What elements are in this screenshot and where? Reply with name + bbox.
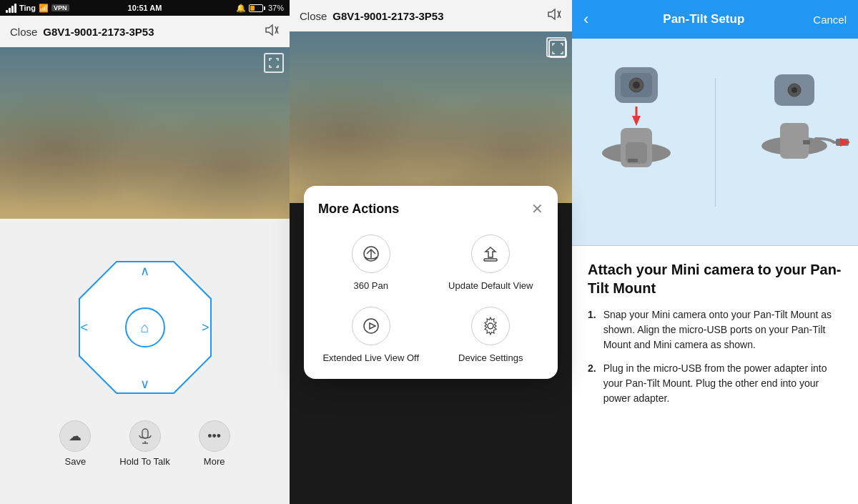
hold-to-talk-label: Hold To Talk <box>119 456 169 467</box>
360-pan-label: 360 Pan <box>354 280 388 292</box>
svg-rect-32 <box>803 140 810 144</box>
home-icon: ⌂ <box>140 320 149 336</box>
hold-to-talk-button[interactable]: Hold To Talk <box>119 420 169 467</box>
status-bar-time: 10:51 AM <box>128 4 162 12</box>
step-1-text: Snap your Mini camera onto your Pan-Tilt… <box>603 307 842 352</box>
middle-camera-feed <box>290 31 572 203</box>
save-icon: ☁ <box>59 420 91 452</box>
middle-header: Close G8V1-9001-2173-3P53 <box>290 0 572 31</box>
more-button[interactable]: ••• More <box>199 420 230 467</box>
save-label: Save <box>65 456 87 467</box>
battery-label: 37% <box>268 4 284 12</box>
attach-illustration <box>579 60 694 224</box>
wifi-icon: 📶 <box>39 4 49 13</box>
right-header: ‹ Pan-Tilt Setup Cancel <box>572 0 858 39</box>
modal-title: More Actions <box>318 202 399 217</box>
status-bar-right: 🔔 37% <box>236 4 284 13</box>
left-camera-feed <box>0 47 290 219</box>
instructions-list: Snap your Mini camera onto your Pan-Tilt… <box>588 307 842 406</box>
device-settings-label: Device Settings <box>458 352 523 365</box>
step-2: Plug in the micro-USB from the power ada… <box>588 361 842 406</box>
device-settings-button[interactable]: Device Settings <box>438 307 544 365</box>
extended-live-view-label: Extended Live View Off <box>322 352 419 365</box>
bottom-controls: ☁ Save Hold To Talk ••• More <box>59 420 230 467</box>
left-close-button[interactable]: Close <box>10 26 37 38</box>
left-camera-image <box>0 47 290 219</box>
pan-tilt-setup-title: Pan-Tilt Setup <box>594 12 813 26</box>
more-dots-icon: ••• <box>199 420 230 452</box>
battery-indicator <box>249 4 265 12</box>
pan-up-icon[interactable]: ∧ <box>140 263 149 279</box>
signal-bars-icon <box>6 4 16 13</box>
left-header: Close G8V1-9001-2173-3P53 <box>0 16 290 47</box>
alarm-icon: 🔔 <box>236 4 246 13</box>
microphone-icon <box>129 420 161 452</box>
svg-point-27 <box>792 87 797 93</box>
svg-rect-3 <box>142 429 148 438</box>
extended-live-view-button[interactable]: Extended Live View Off <box>318 307 424 365</box>
360-pan-icon <box>352 234 390 273</box>
middle-mute-icon[interactable] <box>546 8 562 24</box>
left-device-id: G8V1-9001-2173-3P53 <box>43 26 154 38</box>
svg-rect-9 <box>549 40 566 57</box>
more-actions-modal: More Actions ✕ 360 Pan <box>304 186 558 379</box>
status-bar-left: Ting 📶 VPN <box>6 4 69 13</box>
modal-close-button[interactable]: ✕ <box>531 200 543 217</box>
svg-marker-14 <box>370 323 375 329</box>
illustration-area <box>572 39 858 246</box>
update-default-view-button[interactable]: Update Default View <box>438 234 544 292</box>
svg-rect-12 <box>484 259 497 261</box>
controls-area: ∧ ∨ < > ⌂ ☁ Save <box>0 219 290 504</box>
left-panel: Ting 📶 VPN 10:51 AM 🔔 37% Close G8V1-900… <box>0 0 290 504</box>
pan-down-icon[interactable]: ∨ <box>140 376 149 392</box>
extended-live-view-icon <box>352 307 390 345</box>
right-panel: ‹ Pan-Tilt Setup Cancel <box>572 0 858 504</box>
step-1: Snap your Mini camera onto your Pan-Tilt… <box>588 307 842 352</box>
middle-fullscreen-icon[interactable] <box>546 37 566 57</box>
save-button[interactable]: ☁ Save <box>59 420 91 467</box>
pan-home-button[interactable]: ⌂ <box>125 307 165 347</box>
pan-left-icon[interactable]: < <box>81 320 89 335</box>
back-button[interactable]: ‹ <box>583 10 588 29</box>
modal-header: More Actions ✕ <box>318 200 543 217</box>
middle-close-button[interactable]: Close <box>300 10 327 22</box>
svg-rect-24 <box>628 159 638 162</box>
device-settings-icon <box>471 307 510 345</box>
svg-marker-23 <box>632 116 641 126</box>
joystick-octagon[interactable]: ∧ ∨ < > ⌂ <box>74 256 217 399</box>
instructions-title: Attach your Mini camera to your Pan-Tilt… <box>588 260 842 297</box>
carrier-label: Ting <box>19 4 36 12</box>
middle-device-id: G8V1-9001-2173-3P53 <box>332 10 443 22</box>
svg-point-19 <box>633 81 640 89</box>
left-mute-icon[interactable] <box>264 24 280 40</box>
svg-point-15 <box>488 323 493 329</box>
middle-camera-image <box>290 31 572 203</box>
status-bar: Ting 📶 VPN 10:51 AM 🔔 37% <box>0 0 290 16</box>
instructions-area: Attach your Mini camera to your Pan-Tilt… <box>572 246 858 504</box>
cable-illustration <box>737 60 852 224</box>
more-label: More <box>204 456 225 467</box>
middle-panel: Close G8V1-9001-2173-3P53 More Actions ✕ <box>290 0 572 504</box>
360-pan-button[interactable]: 360 Pan <box>318 234 424 292</box>
vpn-badge: VPN <box>51 4 69 11</box>
update-default-view-label: Update Default View <box>448 280 533 292</box>
left-fullscreen-icon[interactable] <box>264 53 284 73</box>
update-default-view-icon <box>471 234 510 273</box>
joystick-container: ∧ ∨ < > ⌂ <box>74 256 217 399</box>
cancel-button[interactable]: Cancel <box>813 14 847 26</box>
step-2-text: Plug in the micro-USB from the power ada… <box>603 361 842 406</box>
modal-actions-grid: 360 Pan Update Default View <box>318 234 543 365</box>
pan-right-icon[interactable]: > <box>202 320 209 335</box>
